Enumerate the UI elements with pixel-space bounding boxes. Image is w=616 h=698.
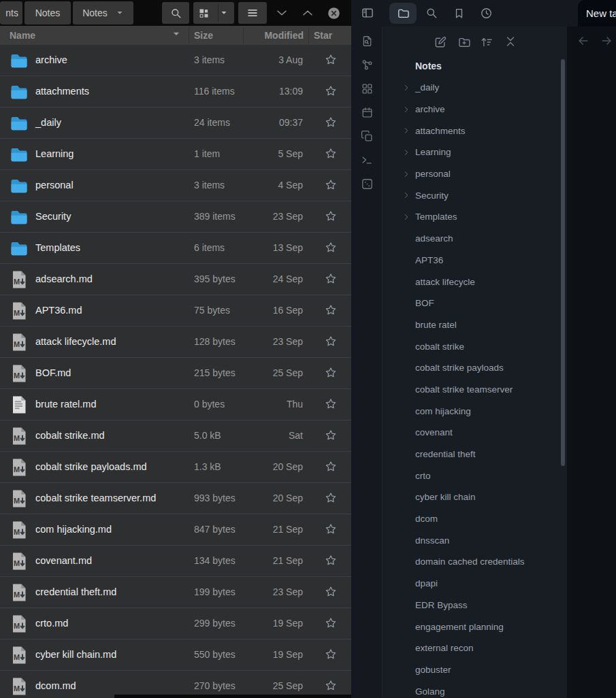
clock-icon[interactable]	[479, 6, 493, 20]
star-icon[interactable]	[324, 84, 338, 98]
tree-file-item[interactable]: engagement planning	[383, 616, 567, 637]
tree-file-item[interactable]: covenant	[383, 422, 567, 444]
minimize-chevron-button[interactable]	[274, 5, 289, 20]
maximize-chevron-button[interactable]	[300, 5, 315, 20]
tree-file-item[interactable]: Golang	[383, 680, 567, 698]
close-button[interactable]	[326, 5, 341, 20]
star-icon[interactable]	[324, 554, 338, 567]
new-folder-icon[interactable]	[457, 35, 471, 49]
new-note-icon[interactable]	[434, 35, 447, 49]
calendar-icon[interactable]	[361, 106, 374, 119]
table-row[interactable]: M cobalt strike.md 5.0 kB Sat	[0, 420, 351, 452]
tree-file-item[interactable]: BOF	[383, 293, 567, 314]
star-icon[interactable]	[324, 616, 338, 630]
tree-file-item[interactable]: adsearch	[383, 228, 567, 250]
table-row[interactable]: attachments 116 items 13:09	[0, 76, 351, 107]
star-icon[interactable]	[324, 460, 338, 473]
files-tab-button[interactable]	[389, 3, 417, 24]
view-mode-button[interactable]	[193, 2, 234, 24]
table-row[interactable]: M covenant.md 134 bytes 21 Sep	[0, 546, 351, 577]
tree-file-item[interactable]: credential theft	[383, 444, 567, 465]
sort-order-icon[interactable]	[480, 35, 493, 49]
tree-folder-item[interactable]: Templates	[383, 206, 567, 228]
tree-file-item[interactable]: crto	[383, 465, 567, 486]
tree-file-item[interactable]: com hijacking	[383, 400, 567, 422]
tab-notes-1[interactable]: Notes	[25, 1, 71, 24]
divider[interactable]	[308, 28, 309, 43]
tree-file-item[interactable]: external recon	[383, 637, 567, 659]
table-row[interactable]: M crto.md 299 bytes 19 Sep	[0, 608, 351, 639]
star-icon[interactable]	[324, 429, 338, 442]
table-row[interactable]: Templates 6 items 13 Sep	[0, 233, 351, 264]
forward-arrow-icon[interactable]	[600, 34, 613, 48]
star-icon[interactable]	[324, 335, 338, 348]
bookmark-icon[interactable]	[452, 6, 466, 20]
table-row[interactable]: M adsearch.md 395 bytes 24 Sep	[0, 264, 351, 295]
star-icon[interactable]	[324, 491, 338, 505]
menu-button[interactable]	[238, 2, 267, 24]
search-icon[interactable]	[425, 6, 438, 20]
star-icon[interactable]	[324, 116, 338, 129]
divider[interactable]	[243, 28, 244, 43]
divider[interactable]	[189, 28, 189, 43]
tree-file-item[interactable]: dcom	[383, 508, 567, 530]
star-icon[interactable]	[324, 366, 338, 380]
tree-folder-item[interactable]: personal	[383, 163, 567, 185]
table-row[interactable]: brute ratel.md 0 bytes Thu	[0, 389, 351, 420]
star-icon[interactable]	[324, 648, 338, 661]
table-row[interactable]: _daily 24 items 09:37	[0, 107, 351, 139]
table-row[interactable]: M attack lifecycle.md 128 bytes 23 Sep	[0, 327, 351, 358]
graph-icon[interactable]	[361, 59, 374, 71]
column-star[interactable]: Star	[314, 26, 332, 45]
tree-folder-item[interactable]: _daily	[383, 77, 567, 99]
star-icon[interactable]	[324, 178, 338, 192]
star-icon[interactable]	[324, 241, 338, 254]
tree-file-item[interactable]: domain cached credentials	[383, 551, 567, 573]
table-row[interactable]: M credential theft.md 199 bytes 23 Sep	[0, 577, 351, 608]
table-row[interactable]: Learning 1 item 5 Sep	[0, 139, 351, 170]
collapse-all-icon[interactable]	[504, 35, 518, 49]
column-name[interactable]: Name	[10, 26, 35, 45]
vertical-scrollbar[interactable]	[561, 59, 565, 466]
tree-folder-item[interactable]: Learning	[383, 142, 567, 163]
star-icon[interactable]	[324, 147, 338, 161]
star-icon[interactable]	[324, 522, 338, 536]
table-row[interactable]: M APT36.md 75 bytes 16 Sep	[0, 295, 351, 327]
tree-file-item[interactable]: cobalt strike	[383, 335, 567, 357]
star-icon[interactable]	[324, 679, 338, 693]
editor-tab[interactable]: New ta	[578, 0, 616, 27]
table-row[interactable]: M dcom.md 270 bytes 25 Sep	[0, 671, 351, 698]
tree-file-item[interactable]: cobalt strike payloads	[383, 357, 567, 379]
tree-file-item[interactable]: attack lifecycle	[383, 271, 567, 293]
dice-icon[interactable]	[361, 178, 374, 190]
table-row[interactable]: archive 3 items 3 Aug	[0, 45, 351, 76]
search-button[interactable]	[162, 2, 189, 24]
terminal-icon[interactable]	[361, 154, 374, 167]
tree-folder-item[interactable]: attachments	[383, 120, 567, 142]
tab-partial[interactable]: nts	[0, 1, 22, 24]
column-modified[interactable]: Modified	[264, 26, 304, 45]
tree-file-item[interactable]: cyber kill chain	[383, 486, 567, 508]
tree-file-item[interactable]: APT36	[383, 250, 567, 271]
tree-file-item[interactable]: cobalt strike teamserver	[383, 379, 567, 401]
table-row[interactable]: M cobalt strike teamserver.md 993 bytes …	[0, 483, 351, 514]
star-icon[interactable]	[324, 210, 338, 223]
back-arrow-icon[interactable]	[577, 34, 590, 48]
table-row[interactable]: M cyber kill chain.md 550 bytes 19 Sep	[0, 639, 351, 671]
star-icon[interactable]	[324, 303, 338, 317]
tree-folder-item[interactable]: archive	[383, 99, 567, 120]
table-row[interactable]: M cobalt strike payloads.md 1.3 kB 20 Se…	[0, 452, 351, 483]
table-row[interactable]: Security 389 items 23 Sep	[0, 201, 351, 233]
file-search-icon[interactable]	[361, 35, 374, 48]
blocks-icon[interactable]	[361, 82, 374, 95]
sidebar-toggle-icon[interactable]	[361, 6, 374, 20]
table-row[interactable]: personal 3 items 4 Sep	[0, 170, 351, 201]
vault-title[interactable]: Notes	[415, 61, 442, 71]
tree-file-item[interactable]: dnsscan	[383, 529, 567, 551]
table-row[interactable]: M com hijacking.md 847 bytes 21 Sep	[0, 514, 351, 546]
column-size[interactable]: Size	[194, 26, 213, 45]
tree-file-item[interactable]: gobuster	[383, 659, 567, 681]
tree-folder-item[interactable]: Security	[383, 184, 567, 206]
table-row[interactable]: M BOF.md 215 bytes 25 Sep	[0, 358, 351, 389]
tab-notes-2[interactable]: Notes	[73, 1, 133, 24]
